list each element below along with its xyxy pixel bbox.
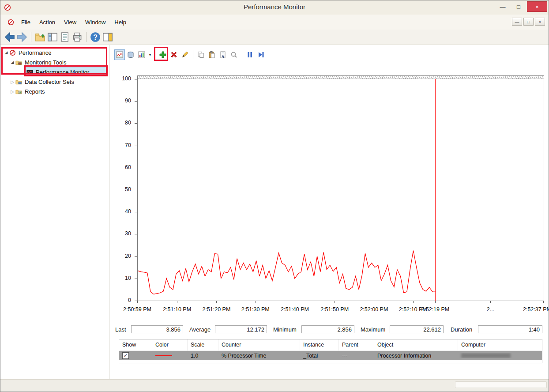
menu-file[interactable]: File	[17, 17, 35, 27]
toolbar-separator	[193, 50, 193, 59]
export-list-button[interactable]	[59, 31, 71, 43]
minimum-value: 2.856	[301, 325, 354, 333]
title-bar[interactable]: Performance Monitor — □ ×	[0, 0, 549, 15]
monitoring-tools-icon	[15, 59, 24, 66]
help-button[interactable]: ?	[90, 31, 101, 43]
x-axis-tick	[335, 301, 335, 303]
column-header-instance[interactable]: Instance	[300, 339, 339, 351]
x-axis-tick	[374, 301, 374, 303]
toolbar-separator	[86, 32, 86, 42]
zoom-button[interactable]	[229, 49, 239, 60]
highlight-button[interactable]	[180, 49, 190, 60]
console-tree: ◢ Performance ◢ Monitoring Tools Perform…	[0, 45, 109, 379]
collapse-icon[interactable]: ▷	[9, 79, 15, 84]
x-axis-label: 2:51:30 PM	[241, 306, 270, 313]
counter-name: % Processor Time	[218, 353, 300, 359]
y-axis-label: 10	[113, 275, 131, 281]
y-axis-label: 60	[113, 164, 131, 170]
stats-row: Last 3.856 Average 12.172 Minimum 2.856 …	[115, 325, 542, 334]
y-axis-label: 20	[113, 253, 131, 259]
copy-properties-button[interactable]	[196, 49, 206, 60]
tree-item-label: Data Collector Sets	[24, 79, 74, 85]
menu-action[interactable]: Action	[35, 17, 60, 27]
minimize-button[interactable]: —	[495, 1, 510, 12]
duration-value: 1:40	[478, 325, 542, 333]
column-header-show[interactable]: Show	[119, 339, 152, 351]
properties-button[interactable]	[218, 49, 228, 60]
tree-item-monitoring-tools[interactable]: ◢ Monitoring Tools	[0, 57, 109, 67]
forward-button[interactable]	[16, 31, 28, 43]
counter-list: Show Color Scale Counter Instance Parent…	[119, 339, 542, 363]
up-one-level-button[interactable]	[34, 31, 46, 43]
delete-counter-button[interactable]	[169, 49, 179, 60]
y-axis-label: 40	[113, 208, 131, 215]
toolbar-separator	[31, 32, 31, 42]
view-current-activity-button[interactable]	[114, 49, 125, 60]
svg-text:?: ?	[93, 34, 98, 41]
menu-help[interactable]: Help	[110, 17, 131, 27]
menu-window[interactable]: Window	[81, 17, 110, 27]
action-pane-button[interactable]	[102, 31, 113, 43]
maximize-button[interactable]: □	[511, 1, 526, 12]
column-header-computer[interactable]: Computer	[458, 339, 542, 351]
column-header-scale[interactable]: Scale	[188, 339, 218, 351]
update-data-button[interactable]	[256, 49, 266, 60]
expand-icon[interactable]: ◢	[9, 60, 15, 64]
last-label: Last	[115, 326, 131, 333]
add-counter-button[interactable]	[158, 49, 168, 60]
duration-label: Duration	[451, 326, 478, 333]
y-axis-label: 0	[113, 297, 131, 303]
x-axis-label: 2:51:40 PM	[281, 306, 309, 313]
child-minimize-button[interactable]: —	[512, 18, 522, 26]
details-pane: ▾	[110, 45, 549, 379]
close-button[interactable]: ×	[527, 1, 547, 12]
counter-color-sample	[155, 355, 172, 356]
freeze-display-button[interactable]	[244, 49, 255, 60]
child-window-controls: — □ ×	[512, 18, 545, 26]
x-axis-label: 2:50:59 PM	[123, 306, 151, 313]
column-header-counter[interactable]: Counter	[218, 339, 300, 351]
x-axis-tick	[137, 301, 138, 303]
x-axis-label: 2:52:00 PM	[360, 306, 388, 313]
x-axis-label: 2:52:19 PM	[421, 306, 449, 313]
processor-time-line-chart	[138, 79, 544, 301]
x-axis-label: 2...	[487, 306, 494, 313]
computer-name-redacted	[461, 353, 511, 358]
toolbar-separator	[269, 50, 269, 59]
paste-counter-list-button[interactable]	[207, 49, 217, 60]
x-axis-label: 2:51:50 PM	[320, 306, 349, 313]
horizontal-scrollbar-thumb[interactable]	[455, 381, 547, 388]
tree-item-performance[interactable]: ◢ Performance	[0, 48, 109, 57]
selected-tree-item[interactable]: Performance Monitor	[25, 68, 107, 76]
y-axis-label: 100	[113, 75, 131, 82]
y-axis: 1009080706050403020100	[113, 79, 135, 301]
chevron-down-icon[interactable]: ▾	[147, 53, 153, 57]
child-restore-button[interactable]: □	[523, 18, 534, 26]
menu-view[interactable]: View	[60, 17, 81, 27]
chart-plot-area[interactable]	[137, 75, 544, 301]
column-header-object[interactable]: Object	[374, 339, 458, 351]
show-console-tree-button[interactable]	[47, 31, 58, 43]
back-button[interactable]	[4, 31, 15, 43]
print-button[interactable]	[71, 31, 83, 43]
expand-icon[interactable]: ◢	[3, 50, 9, 55]
tree-item-performance-monitor[interactable]: Performance Monitor	[0, 67, 109, 77]
column-header-color[interactable]: Color	[152, 339, 188, 351]
x-axis-tick	[177, 301, 177, 303]
average-label: Average	[189, 326, 215, 333]
minimum-label: Minimum	[273, 326, 301, 333]
counter-row[interactable]: ✓ 1.0 % Processor Time _Total --- Proces…	[119, 351, 542, 360]
change-graph-type-button[interactable]	[136, 49, 147, 60]
tree-item-reports[interactable]: ▷ Reports	[0, 87, 109, 96]
reports-icon	[15, 88, 24, 95]
child-close-button[interactable]: ×	[535, 18, 545, 26]
column-header-parent[interactable]: Parent	[339, 339, 374, 351]
show-checkbox[interactable]: ✓	[122, 352, 129, 359]
collapse-icon[interactable]: ▷	[9, 89, 15, 94]
y-axis-label: 70	[113, 142, 131, 148]
y-axis-label: 50	[113, 186, 131, 192]
tree-item-data-collector-sets[interactable]: ▷ Data Collector Sets	[0, 77, 109, 87]
x-axis-tick	[413, 301, 414, 303]
counter-scale: 1.0	[188, 353, 218, 359]
view-log-data-button[interactable]	[125, 49, 136, 60]
